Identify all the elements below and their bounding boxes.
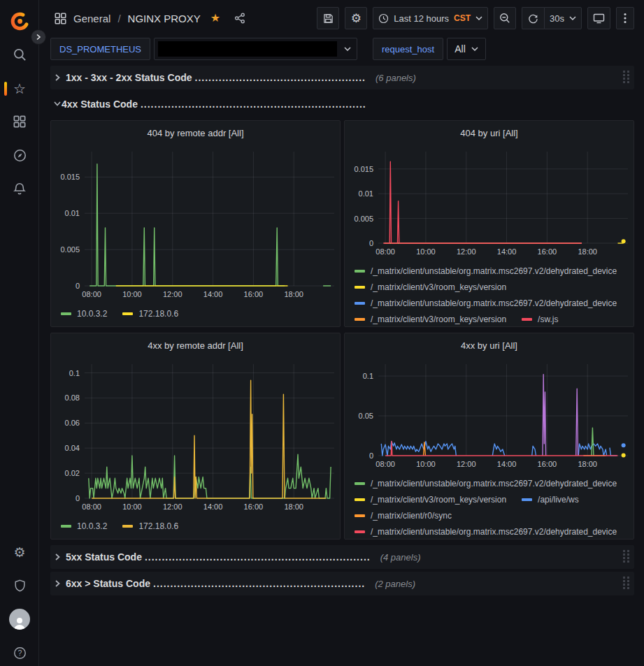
legend-item[interactable]: /_matrix/client/r0/sync bbox=[355, 511, 452, 521]
search-icon[interactable] bbox=[0, 42, 39, 67]
panel-title[interactable]: 404 by uri [All] bbox=[345, 121, 634, 145]
panel-legend: /_matrix/client/unstable/org.matrix.msc2… bbox=[345, 261, 634, 326]
user-avatar[interactable] bbox=[0, 607, 39, 632]
datasource-variable-select[interactable] bbox=[154, 38, 357, 60]
panel-title[interactable]: 4xx by remote addr [All] bbox=[51, 333, 340, 357]
dashboards-icon[interactable] bbox=[0, 109, 39, 134]
dashboard-settings-button[interactable]: ⚙ bbox=[345, 7, 367, 29]
legend-row: /_matrix/client/unstable/org.matrix.msc2… bbox=[355, 475, 629, 491]
server-admin-shield-icon[interactable] bbox=[0, 573, 39, 598]
panel-grid: 404 by remote addr [All] 00.0050.010.015… bbox=[50, 120, 634, 540]
refresh-group: 30s bbox=[522, 7, 582, 29]
legend-label: 172.18.0.6 bbox=[138, 309, 178, 319]
chart-area[interactable]: 00.050.108:0010:0012:0014:0016:0018:00 bbox=[345, 357, 634, 474]
favorite-star-icon[interactable]: ★ bbox=[210, 13, 220, 24]
legend-item[interactable]: /_matrix/client/unstable/org.matrix.msc2… bbox=[355, 266, 617, 276]
zoom-out-icon bbox=[499, 13, 510, 24]
row-drag-handle[interactable] bbox=[622, 549, 630, 565]
legend-item[interactable]: 172.18.0.6 bbox=[122, 521, 178, 531]
time-range-label: Last 12 hours bbox=[394, 13, 449, 24]
x-axis-tick-label: 12:00 bbox=[457, 460, 476, 468]
legend-item[interactable]: /api/live/ws bbox=[522, 495, 579, 505]
breadcrumb: General / NGINX PROXY ★ bbox=[55, 13, 245, 24]
legend-item[interactable]: /_matrix/client/unstable/org.matrix.msc2… bbox=[355, 298, 617, 308]
cycle-view-mode-button[interactable] bbox=[587, 7, 610, 29]
chart-area[interactable]: 00.0050.010.01508:0010:0012:0014:0016:00… bbox=[51, 145, 340, 304]
panel-legend: /_matrix/client/unstable/org.matrix.msc2… bbox=[345, 474, 634, 539]
zoom-out-time-button[interactable] bbox=[494, 7, 516, 29]
legend-item[interactable]: /_matrix/client/v3/room_keys/version bbox=[355, 495, 506, 505]
x-axis-tick-label: 18:00 bbox=[578, 460, 597, 468]
legend-swatch-icon bbox=[522, 318, 532, 321]
refresh-interval-picker[interactable]: 30s bbox=[544, 7, 582, 29]
sidebar-expand-button[interactable] bbox=[31, 29, 46, 45]
row-5xx[interactable]: 5xx Status Code ........................… bbox=[50, 545, 634, 569]
legend-label: /_matrix/client/v3/room_keys/version bbox=[371, 314, 506, 324]
avatar bbox=[9, 609, 30, 630]
x-axis-tick-label: 08:00 bbox=[375, 247, 395, 256]
configuration-gear-icon[interactable]: ⚙ bbox=[0, 540, 39, 565]
chart-4xx-by-remote-addr[interactable]: 00.020.040.060.080.108:0010:0012:0014:00… bbox=[52, 357, 340, 514]
row-1xx-3xx-2xx[interactable]: 1xx - 3xx - 2xx Status Code ............… bbox=[50, 66, 634, 89]
panel-404-by-remote-addr: 404 by remote addr [All] 00.0050.010.015… bbox=[50, 120, 341, 327]
panel-title[interactable]: 404 by remote addr [All] bbox=[51, 121, 340, 145]
kebab-menu-icon bbox=[624, 13, 627, 24]
starred-dashboards-icon[interactable]: ☆ bbox=[0, 76, 39, 101]
row-6xx[interactable]: 6xx > Status Code ......................… bbox=[50, 572, 634, 595]
chart-area[interactable]: 00.020.040.060.080.108:0010:0012:0014:00… bbox=[51, 357, 340, 516]
legend-item[interactable]: /sw.js bbox=[522, 314, 558, 324]
row-drag-handle[interactable] bbox=[622, 576, 630, 592]
chart-404-by-remote-addr[interactable]: 00.0050.010.01508:0010:0012:0014:0016:00… bbox=[52, 145, 340, 301]
panel-4xx-by-remote-addr: 4xx by remote addr [All] 00.020.040.060.… bbox=[50, 333, 341, 540]
refresh-button[interactable] bbox=[522, 7, 544, 29]
x-axis-tick-label: 16:00 bbox=[538, 247, 557, 256]
grafana-logo[interactable] bbox=[0, 8, 39, 34]
y-axis-tick-label: 0.1 bbox=[69, 369, 80, 377]
request-host-value: All bbox=[455, 43, 466, 55]
legend-swatch-icon bbox=[61, 312, 71, 315]
help-icon[interactable]: ? bbox=[0, 640, 39, 665]
breadcrumb-folder[interactable]: General bbox=[73, 13, 110, 24]
legend-item[interactable]: 10.0.3.2 bbox=[61, 309, 107, 319]
request-host-variable-select[interactable]: All bbox=[447, 38, 486, 60]
legend-item[interactable]: 10.0.3.2 bbox=[61, 521, 107, 531]
x-axis-tick-label: 10:00 bbox=[416, 460, 436, 468]
datasource-variable-label[interactable]: DS_PROMETHEUS bbox=[50, 38, 150, 60]
star-outline-icon: ☆ bbox=[13, 82, 26, 96]
timezone-label: CST bbox=[454, 13, 471, 23]
row-4xx[interactable]: 4xx Status Code ........................… bbox=[50, 95, 634, 113]
save-dashboard-button[interactable] bbox=[317, 7, 339, 29]
legend-item[interactable]: /_matrix/client/v3/room_keys/version bbox=[355, 314, 506, 324]
explore-compass-icon[interactable] bbox=[0, 143, 39, 168]
chart-4xx-by-uri[interactable]: 00.050.108:0010:0012:0014:0016:0018:00 bbox=[346, 357, 634, 471]
main-area: General / NGINX PROXY ★ ⚙ Last 12 hours … bbox=[39, 0, 644, 666]
y-axis-tick-label: 0.02 bbox=[65, 469, 80, 477]
panel-title[interactable]: 4xx by uri [All] bbox=[345, 333, 634, 357]
dashboard-content: 1xx - 3xx - 2xx Status Code ............… bbox=[39, 66, 644, 595]
legend-row: /_matrix/client/unstable/org.matrix.msc2… bbox=[355, 295, 629, 311]
dashboards-grid-icon bbox=[55, 13, 66, 24]
legend-item[interactable]: 172.18.0.6 bbox=[122, 309, 178, 319]
time-range-picker[interactable]: Last 12 hours CST bbox=[373, 7, 488, 29]
chevron-down-icon bbox=[569, 16, 576, 20]
x-axis-tick-label: 12:00 bbox=[163, 502, 183, 511]
legend-item[interactable]: /_matrix/client/unstable/org.matrix.msc2… bbox=[355, 479, 617, 488]
chart-area[interactable]: 00.0050.010.01508:0010:0012:0014:0016:00… bbox=[345, 145, 634, 261]
legend-swatch-icon bbox=[61, 525, 71, 528]
legend-label: /_matrix/client/unstable/org.matrix.msc2… bbox=[371, 527, 617, 537]
row-title-dots: ........................................… bbox=[195, 72, 366, 83]
more-options-button[interactable] bbox=[616, 7, 634, 29]
x-axis-tick-label: 18:00 bbox=[578, 247, 597, 256]
clock-icon bbox=[378, 13, 389, 24]
share-icon[interactable] bbox=[234, 13, 245, 24]
row-title-dots: ........................................… bbox=[145, 551, 371, 563]
chevron-down-icon bbox=[53, 98, 62, 110]
chart-404-by-uri[interactable]: 00.0050.010.01508:0010:0012:0014:0016:00… bbox=[346, 145, 634, 259]
row-drag-handle[interactable] bbox=[622, 70, 630, 86]
refresh-icon bbox=[528, 13, 538, 24]
request-host-variable-label[interactable]: request_host bbox=[373, 38, 443, 60]
alerting-bell-icon[interactable] bbox=[0, 176, 39, 201]
chevron-down-icon bbox=[344, 47, 351, 51]
legend-item[interactable]: /_matrix/client/v3/room_keys/version bbox=[355, 282, 506, 292]
legend-item[interactable]: /_matrix/client/unstable/org.matrix.msc2… bbox=[355, 527, 617, 537]
